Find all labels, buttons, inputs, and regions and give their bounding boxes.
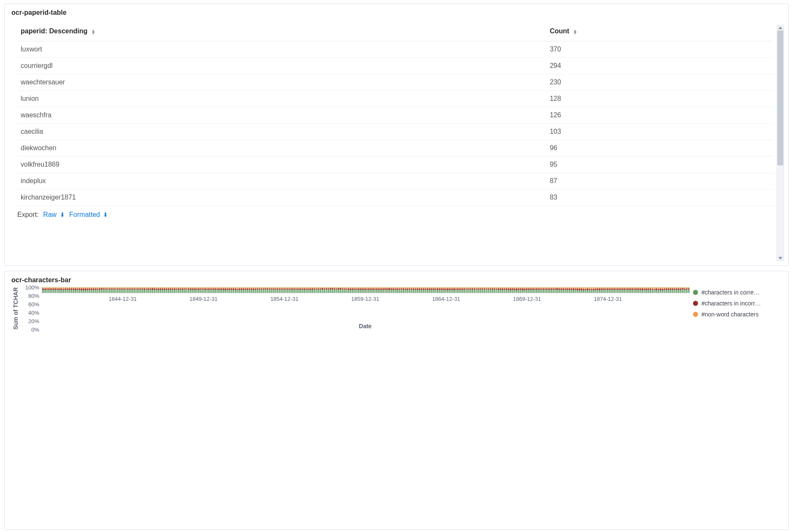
bar xyxy=(449,287,451,293)
bar xyxy=(390,287,392,293)
bar xyxy=(605,287,607,293)
cell-count: 96 xyxy=(547,140,773,157)
bar xyxy=(277,287,279,293)
bar xyxy=(467,287,469,293)
cell-paperid: caecilia xyxy=(17,124,547,140)
bar xyxy=(398,287,400,293)
bar xyxy=(149,287,151,293)
table-row[interactable]: lunion128 xyxy=(17,91,773,107)
bar xyxy=(528,287,530,293)
bar xyxy=(218,287,220,293)
export-row: Export: Raw ⬇ Formatted ⬇ xyxy=(5,210,788,226)
vertical-scrollbar[interactable] xyxy=(777,25,784,261)
bar xyxy=(327,287,329,293)
table-row[interactable]: waechtersauer230 xyxy=(17,74,773,91)
sort-icon[interactable]: ▲▼ xyxy=(573,29,577,34)
cell-count: 95 xyxy=(547,157,773,173)
bar xyxy=(413,287,414,293)
x-axis-title: Date xyxy=(42,323,689,329)
export-raw-link[interactable]: Raw ⬇ xyxy=(43,211,67,218)
bar xyxy=(352,287,354,293)
sort-icon[interactable]: ▲▼ xyxy=(91,29,96,34)
bar xyxy=(285,287,287,293)
bar xyxy=(550,287,552,293)
scroll-thumb[interactable] xyxy=(777,30,783,165)
bar xyxy=(162,287,163,293)
table-row[interactable]: kirchanzeiger187183 xyxy=(17,189,773,206)
bar xyxy=(73,287,74,293)
export-formatted-link[interactable]: Formatted ⬇ xyxy=(69,211,108,218)
scroll-track[interactable] xyxy=(777,30,784,256)
legend-item-correct[interactable]: #characters in corre… xyxy=(693,289,782,296)
bar xyxy=(403,287,404,293)
bar xyxy=(78,287,80,293)
y-axis-title: Sum of TCHAR xyxy=(11,287,20,329)
bar xyxy=(101,287,103,293)
bar xyxy=(645,287,647,293)
legend-item-nonword[interactable]: #non-word characters xyxy=(693,311,782,318)
bar xyxy=(658,287,659,293)
bar xyxy=(91,287,92,293)
scroll-down-icon[interactable] xyxy=(778,257,782,259)
bar xyxy=(267,287,268,293)
bar xyxy=(463,287,465,293)
bar xyxy=(283,287,285,293)
bar xyxy=(522,287,524,293)
bar xyxy=(129,287,131,293)
bar xyxy=(117,287,119,293)
bar xyxy=(141,287,143,293)
bar xyxy=(81,287,82,293)
table-row[interactable]: courriergdl294 xyxy=(17,58,773,74)
bar xyxy=(48,287,50,293)
bar xyxy=(202,287,204,293)
bar xyxy=(334,287,336,293)
table-row[interactable]: luxwort370 xyxy=(17,41,773,58)
bar xyxy=(238,287,240,293)
bar xyxy=(42,287,44,293)
legend-item-incorrect[interactable]: #characters in incorr… xyxy=(693,300,782,307)
bar xyxy=(77,287,78,293)
bar xyxy=(652,287,653,293)
bar xyxy=(350,287,352,293)
table-row[interactable]: diekwochen96 xyxy=(17,140,773,157)
bar xyxy=(303,287,305,293)
col-header-count[interactable]: Count ▲▼ xyxy=(547,21,773,41)
bar xyxy=(439,287,441,293)
scroll-up-icon[interactable] xyxy=(778,27,782,29)
x-tick: 1874-12-31 xyxy=(594,296,622,302)
bar xyxy=(354,287,356,293)
bar xyxy=(542,287,544,293)
x-tick: 1844-12-31 xyxy=(108,296,137,302)
bar xyxy=(466,287,467,293)
bar xyxy=(147,287,149,293)
download-icon: ⬇ xyxy=(103,211,108,218)
bar xyxy=(415,287,417,293)
bar xyxy=(417,287,418,293)
table-row[interactable]: caecilia103 xyxy=(17,124,773,140)
bar xyxy=(613,287,615,293)
bar xyxy=(139,287,141,293)
bar xyxy=(516,287,517,293)
bar xyxy=(208,287,210,293)
bar xyxy=(217,287,218,293)
bar xyxy=(411,287,412,293)
bar xyxy=(637,287,639,293)
col-header-paperid[interactable]: paperid: Descending ▲▼ xyxy=(17,21,547,41)
table-row[interactable]: volkfreu186995 xyxy=(17,157,773,173)
bar xyxy=(504,287,506,293)
bar xyxy=(686,287,687,293)
bar xyxy=(44,287,46,293)
bar xyxy=(575,287,576,293)
bar xyxy=(180,287,181,293)
bar xyxy=(146,287,147,293)
bar xyxy=(546,287,548,293)
bar xyxy=(453,287,455,293)
cell-count: 83 xyxy=(547,189,773,206)
bar xyxy=(293,287,295,293)
bar xyxy=(281,287,283,293)
bar xyxy=(99,287,100,293)
bar xyxy=(143,287,145,293)
bar xyxy=(552,287,554,293)
table-row[interactable]: indeplux87 xyxy=(17,173,773,189)
table-row[interactable]: waeschfra126 xyxy=(17,107,773,124)
